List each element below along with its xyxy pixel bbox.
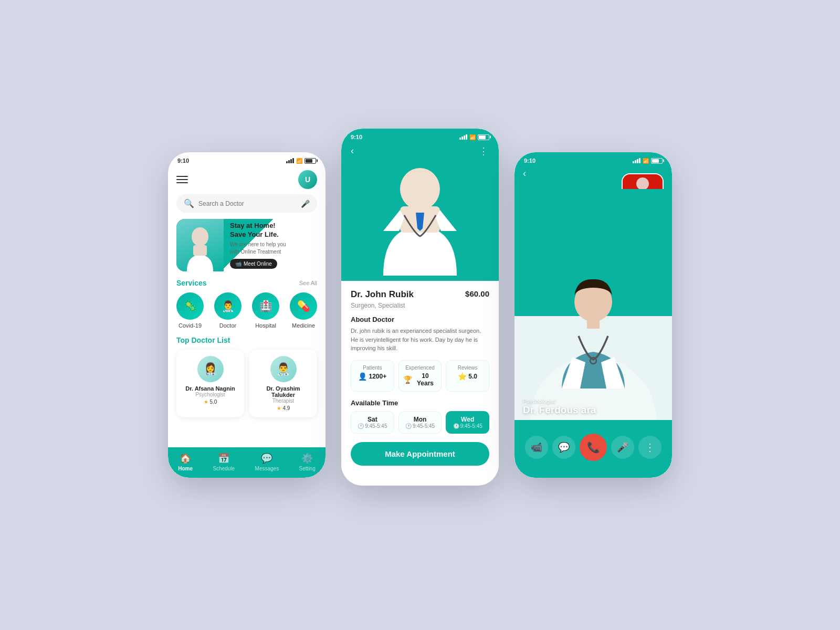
clock-icon-sat: 🕐 [358,423,364,429]
banner-image [176,219,224,271]
medicine-icon: 💊 [290,292,317,320]
wifi-icon-2: 📶 [469,134,476,140]
available-title: Available Time [351,399,489,407]
status-bar-2: 9:10 📶 [341,129,499,142]
wifi-icon: 📶 [296,158,302,164]
clock-icon-wed: 🕐 [453,423,459,429]
status-icons-2: 📶 [459,134,489,140]
header-row: U [176,166,317,194]
avatar[interactable]: U [298,170,317,189]
doctor-hero [341,160,499,276]
video-toggle-icon: 📹 [531,442,542,453]
video-call-bg: 9:10 📶 ‹ [514,152,672,478]
stat-patients: Patients 👤 1200+ [351,360,394,392]
patients-icon: 👤 [358,372,367,381]
stats-row: Patients 👤 1200+ Experienced 🏆 10 Years … [351,360,489,392]
phones-container: 9:10 📶 U 🔍 [147,113,693,517]
mute-button[interactable]: 🎤 [611,436,634,459]
search-bar[interactable]: 🔍 🎤 [176,194,317,213]
hospital-icon: 🏥 [252,292,279,320]
service-medicine[interactable]: 💊 Medicine [290,292,317,329]
end-call-icon: 📞 [587,441,600,454]
reviews-icon: ⭐ [458,372,467,381]
end-call-button[interactable]: 📞 [580,434,607,461]
battery-icon-3 [651,158,663,164]
setting-icon: ⚙️ [301,453,313,464]
see-all-services[interactable]: See All [299,280,317,286]
doctor-price: $60.00 [465,289,489,298]
doctor-name-2: Dr. Oyashim Talukder [256,385,311,398]
schedule-icon: 📅 [218,453,229,464]
status-bar-3: 9:10 📶 [514,152,672,166]
hamburger-menu[interactable] [176,176,188,183]
nav-home[interactable]: 🏠 Home [178,453,193,471]
call-doctor-specialty: Psychologist [523,398,596,404]
nav-setting[interactable]: ⚙️ Setting [299,453,316,471]
doctors-grid: 👩‍⚕️ Dr. Afsana Nagnin Psychologist ★ 5.… [176,350,317,417]
covid-icon: 🦠 [176,292,204,320]
experience-icon: 🏆 [403,375,412,384]
nav-setting-label: Setting [299,466,316,471]
phone-2-profile: 9:10 📶 ‹ ⋮ [341,129,499,486]
about-title: About Doctor [351,316,489,323]
stat-experienced: Experienced 🏆 10 Years [398,360,442,392]
doctor-card-1[interactable]: 👩‍⚕️ Dr. Afsana Nagnin Psychologist ★ 5.… [176,350,244,417]
signal-icon-2 [459,134,467,140]
slot-mon[interactable]: Mon 🕐9:45-5:45 [398,411,442,434]
phone-1-home: 9:10 📶 U 🔍 [168,152,326,478]
slot-wed[interactable]: Wed 🕐9:45-5:45 [446,411,489,434]
service-covid[interactable]: 🦠 Covid-19 [176,292,204,329]
promo-banner: Stay at Home!Save Your Life. We are here… [176,219,317,271]
meet-online-button[interactable]: 📹 Meet Online [230,259,277,269]
doctor-silhouette [182,225,218,271]
battery-icon-2 [478,134,489,140]
profile-nav: ‹ ⋮ [341,142,499,160]
profile-header-bg: 9:10 📶 ‹ ⋮ [341,129,499,281]
search-icon: 🔍 [184,198,194,208]
top-doctors-title: Top Doctor List [176,336,317,344]
doctor-rating-2: ★ 4.9 [256,405,311,411]
service-doctor[interactable]: 👨‍⚕️ Doctor [214,292,242,329]
slot-sat[interactable]: Sat 🕐9:45-5:45 [351,411,394,434]
signal-icon [286,158,294,163]
banner-subtitle: We are here to help youwith Online Treat… [230,241,286,256]
doctor-rating-1: ★ 5.0 [183,399,238,405]
back-button[interactable]: ‹ [351,145,354,157]
call-info-overlay: Psychologist Dr. Ferdous ara [523,398,596,416]
back-button-3[interactable]: ‹ [523,168,526,178]
doctor-specialty: Surgeon, Specialist [351,302,489,309]
doctor-info-row: Dr. John Rubik $60.00 [351,289,489,300]
messages-icon: 💬 [261,453,272,464]
phone-3-video-call: 9:10 📶 ‹ [514,152,672,478]
phone1-content: U 🔍 🎤 Stay [168,166,326,468]
make-appointment-button[interactable]: Make Appointment [351,442,489,466]
more-button[interactable]: ⋮ [479,145,489,157]
nav-messages[interactable]: 💬 Messages [255,453,279,471]
doctor-card-2[interactable]: 👨‍⚕️ Dr. Oyashim Talukder Therapist ★ 4.… [249,350,317,417]
clock-icon-mon: 🕐 [405,423,412,429]
doctor-profile-name: Dr. John Rubik [351,289,414,300]
mute-icon: 🎤 [617,442,628,453]
battery-icon [304,158,316,164]
video-toggle-button[interactable]: 📹 [525,436,548,459]
video-icon: 📹 [235,261,242,267]
status-icons-3: 📶 [633,158,663,164]
services-row: 🦠 Covid-19 👨‍⚕️ Doctor 🏥 Hospital 💊 Medi… [176,292,317,329]
nav-schedule-label: Schedule [213,466,235,471]
doctor-spec-1: Psychologist [183,392,238,397]
more-options-icon: ⋮ [645,441,655,454]
service-hospital[interactable]: 🏥 Hospital [252,292,279,329]
search-input[interactable] [198,200,297,207]
profile-body: Dr. John Rubik $60.00 Surgeon, Specialis… [341,281,499,474]
home-icon: 🏠 [180,453,191,464]
svg-rect-5 [587,319,600,329]
doctor-service-icon: 👨‍⚕️ [214,292,242,320]
chat-button[interactable]: 💬 [552,436,575,459]
more-options-button[interactable]: ⋮ [638,436,662,459]
mic-icon[interactable]: 🎤 [301,200,310,208]
status-icons-1: 📶 [286,158,316,164]
svg-point-0 [192,227,208,246]
status-time-1: 9:10 [177,158,189,164]
signal-icon-3 [633,158,640,163]
nav-schedule[interactable]: 📅 Schedule [213,453,235,471]
